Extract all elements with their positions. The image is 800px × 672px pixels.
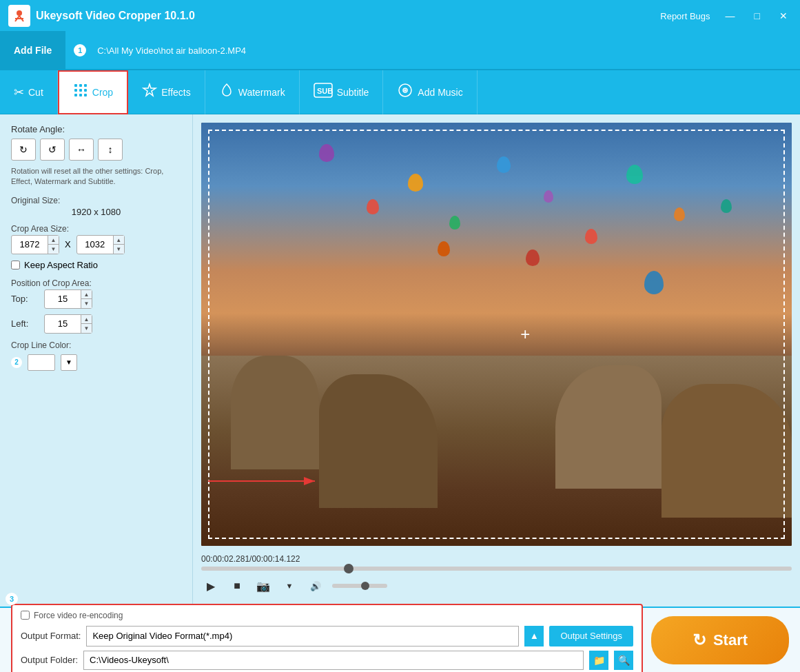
svg-rect-7 (74, 89, 77, 92)
format-row: Output Format: Keep Original Video Forma… (21, 626, 633, 646)
tab-watermark[interactable]: Watermark (205, 70, 300, 114)
balloon-5 (544, 190, 553, 203)
arrow-annotation (201, 467, 325, 495)
add-file-label: Add File (14, 45, 52, 56)
balloon-7 (626, 165, 643, 184)
svg-marker-13 (143, 84, 156, 96)
svg-rect-5 (79, 84, 82, 87)
tab-subtitle[interactable]: SUB Subtitle (300, 70, 384, 114)
video-controls: 00:00:02.281/00:00:14.122 ▶ ■ 📷 ▼ 🔊 (201, 551, 792, 598)
browse-folder-button[interactable]: 📁 (589, 651, 608, 670)
force-encode-row: Force video re-encoding (21, 611, 633, 620)
stop-button[interactable]: ■ (227, 576, 247, 595)
rock-3 (555, 365, 661, 489)
play-button[interactable]: ▶ (201, 576, 220, 595)
bottom-bar: Force video re-encoding Output Format: K… (0, 607, 800, 672)
original-size-label: Original Size: (11, 196, 181, 205)
tab-add-music-label: Add Music (418, 87, 462, 98)
folder-path[interactable]: C:\Videos-Ukeysoft\ (83, 651, 584, 670)
tab-add-music[interactable]: Add Music (383, 70, 477, 114)
color-swatch[interactable] (28, 354, 55, 371)
rotate-note: Rotation will reset all the other settin… (11, 166, 181, 187)
top-input[interactable] (45, 290, 81, 308)
crop-height-down[interactable]: ▼ (113, 245, 124, 254)
search-folder-button[interactable]: 🔍 (614, 651, 633, 670)
left-up[interactable]: ▲ (81, 315, 92, 325)
format-select[interactable]: Keep Original Video Format(*.mp4) (86, 626, 519, 646)
original-size-value: 1920 x 1080 (11, 207, 181, 217)
title-bar: Ukeysoft Video Cropper 10.1.0 Report Bug… (0, 0, 800, 32)
top-row: Top: ▲ ▼ (11, 289, 181, 309)
maximize-button[interactable]: □ (750, 9, 764, 23)
left-input[interactable] (45, 315, 81, 333)
rotate-counter-button[interactable]: ↺ (40, 139, 65, 161)
crop-height-up[interactable]: ▲ (113, 236, 124, 245)
main-content: Rotate Angle: ↻ ↺ ↔ ↕ Rotation will rese… (0, 114, 800, 607)
screenshot-dropdown[interactable]: ▼ (280, 576, 299, 595)
left-down[interactable]: ▼ (81, 324, 92, 333)
balloon-2 (408, 174, 423, 192)
start-icon: ↻ (693, 631, 706, 650)
right-panel: + 00:00:02.281/00:00:14.122 (193, 114, 800, 607)
keep-aspect-ratio-checkbox[interactable] (11, 261, 20, 269)
tab-cut[interactable]: ✂ Cut (0, 70, 58, 114)
toolbar: Add File 1 C:\All My Video\hot air ballo… (0, 32, 800, 70)
color-dropdown-button[interactable]: ▼ (61, 354, 77, 371)
volume-thumb[interactable] (361, 582, 369, 590)
balloon-6 (585, 229, 597, 244)
force-encode-checkbox[interactable] (21, 611, 30, 620)
minimize-button[interactable]: — (721, 9, 739, 23)
crop-size-row: ▲ ▼ X ▲ ▼ (11, 235, 181, 254)
screenshot-button[interactable]: 📷 (254, 576, 273, 595)
rotate-angle-label: Rotate Angle: (11, 124, 181, 134)
seek-thumb[interactable] (344, 564, 353, 573)
flip-vertical-button[interactable]: ↕ (98, 139, 123, 161)
seek-bar[interactable] (201, 567, 792, 571)
rotate-clockwise-button[interactable]: ↻ (11, 139, 36, 161)
title-bar-controls: Report Bugs — □ ✕ (660, 9, 792, 23)
tab-effects[interactable]: Effects (128, 70, 205, 114)
add-file-button[interactable]: Add File (0, 31, 65, 70)
volume-bar[interactable] (332, 584, 387, 588)
app-logo (8, 5, 30, 27)
svg-rect-8 (79, 89, 82, 92)
svg-rect-4 (74, 84, 77, 87)
crop-width-spinbox: ▲ ▼ (11, 235, 59, 254)
terrain (201, 356, 792, 546)
crop-width-down[interactable]: ▼ (48, 245, 59, 254)
format-dropdown-button[interactable]: ▲ (524, 626, 544, 646)
top-up[interactable]: ▲ (81, 290, 92, 300)
crop-area-size-label: Crop Area Size: (11, 224, 181, 234)
crop-height-input[interactable] (77, 236, 113, 254)
tab-watermark-label: Watermark (238, 87, 285, 98)
add-music-icon (397, 83, 413, 101)
app-title: Ukeysoft Video Cropper 10.1.0 (36, 10, 195, 22)
crop-width-up[interactable]: ▲ (48, 236, 59, 245)
svg-rect-11 (79, 94, 82, 96)
keep-aspect-ratio-label: Keep Aspect Ratio (24, 260, 98, 270)
close-button[interactable]: ✕ (775, 9, 792, 23)
flip-horizontal-button[interactable]: ↔ (69, 139, 94, 161)
crop-width-input[interactable] (12, 236, 48, 254)
tab-crop[interactable]: Crop (58, 70, 128, 114)
tab-subtitle-label: Subtitle (337, 87, 369, 98)
keep-aspect-ratio-row: Keep Aspect Ratio (11, 260, 181, 270)
top-down[interactable]: ▼ (81, 299, 92, 308)
svg-text:SUB: SUB (317, 87, 333, 95)
output-settings-button[interactable]: Output Settings (549, 626, 633, 646)
crop-height-spinbox: ▲ ▼ (76, 235, 125, 254)
crosshair: + (520, 325, 530, 344)
left-label: Left: (11, 318, 39, 329)
left-panel: Rotate Angle: ↻ ↺ ↔ ↕ Rotation will rese… (0, 114, 193, 607)
step2-badge: 2 (11, 357, 22, 368)
balloon-3 (449, 216, 460, 230)
report-bugs-link[interactable]: Report Bugs (660, 11, 710, 21)
balloon-10 (644, 271, 664, 294)
start-button[interactable]: ↻ Start (651, 616, 789, 664)
folder-path-text: C:\Videos-Ukeysoft\ (90, 655, 169, 665)
title-bar-left: Ukeysoft Video Cropper 10.1.0 (8, 5, 195, 27)
playback-controls: ▶ ■ 📷 ▼ 🔊 (201, 576, 792, 595)
svg-rect-6 (84, 84, 87, 87)
subtitle-icon: SUB (314, 83, 333, 101)
tab-crop-label: Crop (92, 87, 113, 98)
